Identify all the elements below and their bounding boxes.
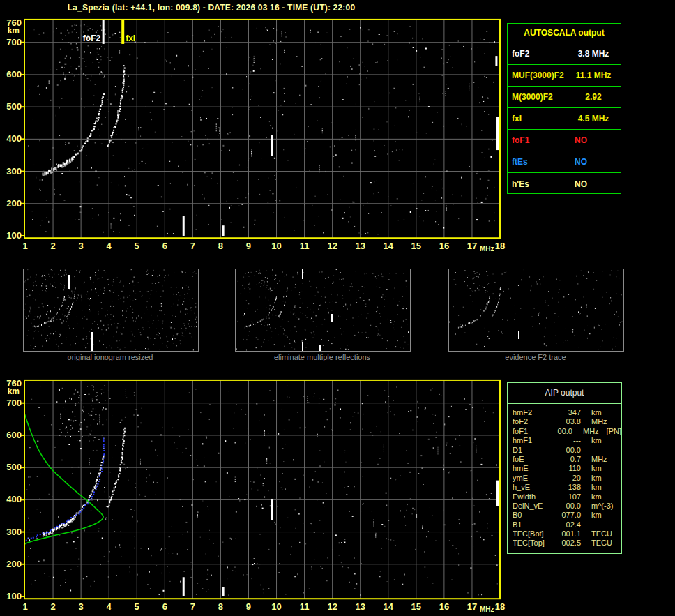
svg-text:foF2: foF2 xyxy=(83,33,101,43)
aip-row-B0: B0077.0km xyxy=(513,511,621,520)
svg-text:14: 14 xyxy=(384,601,394,612)
autoscala-output-table: AUTOSCALA output foF23.8 MHzMUF(3000)F21… xyxy=(507,23,621,194)
autoscala-app-window: { "header": { "title": "La_Spezia (lat: … xyxy=(0,0,675,616)
aip-row-Ewidth: Ewidth107km xyxy=(513,493,621,502)
svg-text:13: 13 xyxy=(355,241,365,251)
svg-text:18: 18 xyxy=(495,241,505,251)
svg-text:9: 9 xyxy=(246,601,251,612)
aip-table-rows: hmF2347kmfoF203.8MHzfoF100.0MHz[PN]hmF1-… xyxy=(508,404,621,548)
aip-row-foF2: foF203.8MHz xyxy=(513,417,621,426)
param-value: 4.5 MHz xyxy=(566,114,621,123)
svg-text:9: 9 xyxy=(246,241,251,251)
svg-text:12: 12 xyxy=(327,241,337,251)
aip-row-DelN_vE: DelN_vE00.0m^(-3) xyxy=(513,502,621,511)
thumbnail-evidence-f2-trace xyxy=(448,269,624,352)
svg-text:km: km xyxy=(8,386,20,396)
svg-text:200: 200 xyxy=(6,198,22,209)
ionogram-top-chart: 100200300400500600700760km12345678910111… xyxy=(0,14,506,258)
svg-text:100: 100 xyxy=(6,230,22,241)
svg-text:2: 2 xyxy=(50,601,55,612)
autoscala-row-MUF(3000)F2: MUF(3000)F211.1 MHz xyxy=(508,65,621,87)
svg-text:15: 15 xyxy=(411,601,421,612)
autoscala-row-fxI: fxI4.5 MHz xyxy=(508,108,621,130)
svg-text:7: 7 xyxy=(190,241,195,251)
aip-row-hmF2: hmF2347km xyxy=(513,408,621,417)
svg-text:300: 300 xyxy=(6,166,22,176)
autoscala-row-ftEs: ftEsNO xyxy=(508,151,621,173)
caption-eliminate-reflections: eliminate multiple reflections xyxy=(235,353,409,361)
aip-row-D1: D100.0 xyxy=(513,446,621,455)
svg-text:3: 3 xyxy=(79,601,84,612)
svg-text:400: 400 xyxy=(6,494,22,504)
autoscala-table-title: AUTOSCALA output xyxy=(508,24,621,43)
svg-text:3: 3 xyxy=(79,241,84,251)
param-label: foF1 xyxy=(508,130,566,151)
svg-text:1: 1 xyxy=(22,241,27,251)
svg-text:700: 700 xyxy=(6,398,22,408)
svg-text:12: 12 xyxy=(327,601,337,612)
param-label: ftEs xyxy=(508,151,566,172)
aip-table-title: AIP output xyxy=(508,383,621,404)
aip-row-foE: foE0.7MHz xyxy=(513,455,621,464)
svg-text:11: 11 xyxy=(300,601,310,612)
aip-row-hmF1: hmF1---km xyxy=(513,436,621,445)
svg-text:13: 13 xyxy=(355,601,365,612)
param-value: 11.1 MHz xyxy=(566,70,621,80)
svg-text:5: 5 xyxy=(135,601,139,612)
svg-text:18: 18 xyxy=(495,601,505,612)
svg-text:MHz: MHz xyxy=(480,606,494,613)
aip-output-table: AIP output hmF2347kmfoF203.8MHzfoF100.0M… xyxy=(507,382,622,554)
svg-text:16: 16 xyxy=(439,241,449,251)
param-value: NO xyxy=(566,135,621,145)
svg-text:2: 2 xyxy=(50,241,55,251)
svg-text:6: 6 xyxy=(162,241,167,251)
svg-text:10: 10 xyxy=(271,601,281,612)
svg-text:100: 100 xyxy=(6,591,22,601)
svg-text:1: 1 xyxy=(22,601,27,612)
param-value: 3.8 MHz xyxy=(566,49,621,59)
svg-text:700: 700 xyxy=(6,37,22,47)
aip-row-h_vE: h_vE138km xyxy=(513,483,621,492)
station-title: La_Spezia (lat: +44.1, lon: 009.8) - DAT… xyxy=(0,3,423,13)
autoscala-row-foF1: foF1NO xyxy=(508,130,621,151)
svg-text:500: 500 xyxy=(6,462,22,472)
svg-text:7: 7 xyxy=(190,601,195,612)
param-label: fxI xyxy=(508,108,566,129)
svg-text:6: 6 xyxy=(162,601,167,612)
svg-text:4: 4 xyxy=(107,241,112,251)
svg-text:600: 600 xyxy=(6,69,22,80)
svg-text:8: 8 xyxy=(218,241,223,251)
svg-text:16: 16 xyxy=(439,601,449,612)
aip-row-B1: B102.4 xyxy=(513,520,621,529)
svg-text:11: 11 xyxy=(300,241,310,251)
thumbnail-original-ionogram xyxy=(23,269,199,352)
svg-text:15: 15 xyxy=(411,241,421,251)
aip-row-ymE: ymE20km xyxy=(513,474,621,483)
aip-row-TEC[Bot]: TEC[Bot]001.1TECU xyxy=(513,529,621,539)
caption-original-ionogram: original ionogram resized xyxy=(23,353,197,361)
svg-text:5: 5 xyxy=(135,241,139,251)
param-value: 2.92 xyxy=(566,92,621,102)
param-label: foF2 xyxy=(508,43,566,64)
svg-text:17: 17 xyxy=(467,601,477,612)
svg-text:fxI: fxI xyxy=(126,33,135,43)
param-value: NO xyxy=(566,179,621,189)
svg-text:km: km xyxy=(8,26,20,36)
param-label: h'Es xyxy=(508,173,566,195)
autoscala-row-M(3000)F2: M(3000)F22.92 xyxy=(508,87,621,108)
svg-text:500: 500 xyxy=(6,101,22,112)
svg-text:400: 400 xyxy=(6,133,22,144)
svg-text:8: 8 xyxy=(218,601,223,612)
svg-text:300: 300 xyxy=(6,527,22,537)
svg-text:4: 4 xyxy=(107,601,112,612)
svg-text:MHz: MHz xyxy=(480,245,494,253)
aip-row-foF1: foF100.0MHz[PN] xyxy=(513,427,621,436)
svg-text:17: 17 xyxy=(467,241,477,251)
caption-evidence-f2-trace: evidence F2 trace xyxy=(448,353,623,361)
aip-row-TEC[Top]: TEC[Top]002.5TECU xyxy=(513,539,621,548)
ionogram-bottom-chart-with-profile: 100200300400500600700760km12345678910111… xyxy=(0,375,506,616)
svg-text:200: 200 xyxy=(6,559,22,569)
autoscala-row-foF2: foF23.8 MHz xyxy=(508,43,621,65)
svg-text:14: 14 xyxy=(384,241,394,251)
svg-text:10: 10 xyxy=(271,241,281,251)
